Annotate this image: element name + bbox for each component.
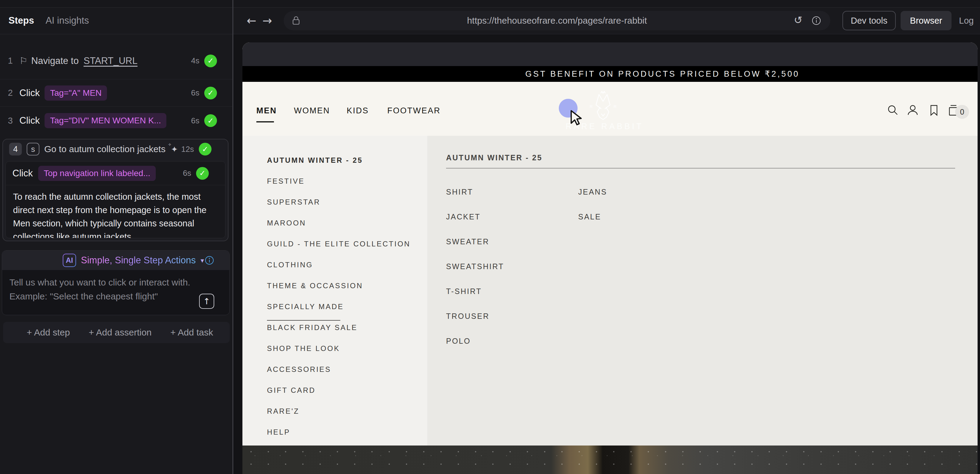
ai-composer: AI Simple, Single Step Actions ▾ Tell us… [2,250,230,315]
app-root: Steps AI insights 1 ⚐ Navigate to START_… [0,0,980,474]
step-reasoning-note: To reach the autumn collection jackets, … [6,185,226,238]
chevron-down-icon[interactable]: ▾ [200,257,204,264]
browser-back-button[interactable]: ← [244,13,259,28]
s-key-icon: s [27,143,40,156]
flag-icon: ⚐ [19,56,27,66]
wishlist-bookmark-icon[interactable] [927,103,940,117]
ai-badge-icon: AI [63,254,76,267]
step-action: Click [19,115,40,126]
step-row-2[interactable]: 2 Click Tag="A" MEN 6s ✓ [0,80,233,107]
tab-steps[interactable]: Steps [8,15,34,26]
browser-forward-button[interactable]: → [260,13,275,28]
page-top-band [242,43,978,66]
step-group-4[interactable]: 4 s Go to autum collection jackets ✦✧ 12… [2,139,229,241]
rare-rabbit-logo-icon: R R [585,90,620,121]
add-assertion-button[interactable]: + Add assertion [89,327,152,337]
success-check-icon: ✓ [204,54,217,67]
menu-item[interactable]: SPECIALLY MADE [267,296,427,317]
menu-item[interactable]: GUILD - THE ELITE COLLECTION [267,233,427,254]
step-row-1[interactable]: 1 ⚐ Navigate to START_URL 4s ✓ [0,43,233,80]
toolbar-divider [0,34,980,34]
nav-men[interactable]: MEN [256,106,277,116]
step-number-chip: 4 [9,143,22,156]
panel-item[interactable]: SHIRT [446,180,504,204]
panel-item[interactable]: T-SHIRT [446,279,504,304]
step-duration: 4s [191,56,199,65]
reload-icon[interactable]: ↺ [792,14,804,27]
step-row-3[interactable]: 3 Click Tag="DIV" MEN WOMEN K... 6s ✓ [0,107,233,135]
step-number: 3 [8,116,14,126]
step-task-label: Go to autum collection jackets [44,144,165,154]
rarez-underline [267,320,340,321]
nav-women[interactable]: WOMEN [294,106,330,116]
menu-item[interactable]: SUPERSTAR [267,191,427,212]
account-icon[interactable] [906,103,920,117]
panel-item[interactable]: JEANS [578,180,607,204]
panel-item[interactable]: JACKET [446,204,504,229]
panel-title-rule [446,168,955,169]
cart-count-badge: 0 [955,105,969,119]
panel-column-1: SHIRTJACKETSWEATERSWEATSHIRTT-SHIRTTROUS… [446,180,504,353]
menu-item[interactable]: GIFT CARD [267,380,427,401]
menu-item[interactable]: SHOP THE LOOK [267,338,427,359]
announcement-banner: GST BENEFIT ON PRODUCTS PRICED BELOW ₹2,… [242,66,978,82]
step-duration: 6s [183,169,191,178]
menu-item[interactable]: CLOTHING [267,254,427,275]
step-duration: 6s [191,88,199,98]
step-duration: 6s [191,116,199,126]
tab-ai-insights[interactable]: AI insights [45,15,89,26]
browser-viewport: GST BENEFIT ON PRODUCTS PRICED BELOW ₹2,… [242,43,978,474]
menu-item[interactable]: FESTIVE [267,171,427,191]
menu-item[interactable]: AUTUMN WINTER - 25 [267,150,427,171]
success-check-icon: ✓ [199,143,212,156]
menu-item[interactable]: RARE'Z [267,401,427,422]
dev-tools-button[interactable]: Dev tools [842,11,896,30]
step-4-substep-panel: Click Top navigation link labeled... 6s … [5,161,226,238]
step-duration: 12s [181,145,194,154]
panel-item[interactable]: POLO [446,329,504,353]
add-task-button[interactable]: + Add task [170,327,213,337]
menu-item[interactable]: ACCESSORIES [267,359,427,380]
mega-menu-panel: AUTUMN WINTER - 25 SHIRTJACKETSWEATERSWE… [427,136,978,445]
ai-mode-selector[interactable]: Simple, Single Step Actions [81,255,196,266]
menu-item[interactable]: HELP [267,422,427,442]
success-check-icon: ✓ [204,87,217,99]
log-view-toggle[interactable]: Log [953,11,979,30]
sidebar-footer-actions: + Add step + Add assertion + Add task [3,322,230,343]
mouse-cursor [570,110,587,127]
success-check-icon: ✓ [196,167,209,180]
url-text[interactable]: https://thehouseofrare.com/pages/rare-ra… [284,11,830,30]
nav-kids[interactable]: KIDS [347,106,369,116]
page-info-icon[interactable] [811,16,821,25]
search-icon[interactable] [886,103,899,117]
ai-prompt-input[interactable]: Tell us what you want to click or intera… [10,275,203,303]
panel-item[interactable]: SWEATER [446,229,504,254]
steps-sidebar: Steps AI insights 1 ⚐ Navigate to START_… [0,0,233,474]
menu-item[interactable]: MAROON [267,212,427,233]
selector-badge[interactable]: Tag="A" MEN [45,86,107,100]
mega-menu-categories: AUTUMN WINTER - 25FESTIVESUPERSTARMAROON… [242,136,427,445]
panel-item[interactable]: SWEATSHIRT [446,254,504,279]
panel-item[interactable]: TROUSER [446,304,504,329]
selector-badge[interactable]: Tag="DIV" MEN WOMEN K... [45,113,166,128]
submit-prompt-button[interactable]: ↑ [199,294,214,309]
window-top-strip [0,0,980,7]
success-check-icon: ✓ [204,114,217,127]
nav-footwear[interactable]: FOOTWEAR [387,106,441,116]
menu-item[interactable]: THEME & OCCASSION [267,275,427,296]
panel-column-2: JEANSSALE [578,180,607,229]
start-url-link[interactable]: START_URL [84,56,138,66]
panel-item[interactable]: SALE [578,204,607,229]
substep-click-row[interactable]: Click Top navigation link labeled... 6s … [6,162,225,185]
selector-badge[interactable]: Top navigation link labeled... [38,166,156,181]
sidebar-tabs: Steps AI insights [0,7,233,34]
step-number: 1 [8,56,14,66]
step-action: Click [13,168,33,179]
panel-title: AUTUMN WINTER - 25 [446,153,542,162]
step-4-header[interactable]: 4 s Go to autum collection jackets ✦✧ 12… [3,139,228,159]
svg-text:R: R [614,104,617,109]
browser-view-toggle[interactable]: Browser [900,11,951,30]
add-step-button[interactable]: + Add step [27,327,70,337]
info-icon[interactable] [205,256,214,265]
url-bar[interactable]: https://thehouseofrare.com/pages/rare-ra… [284,11,830,30]
